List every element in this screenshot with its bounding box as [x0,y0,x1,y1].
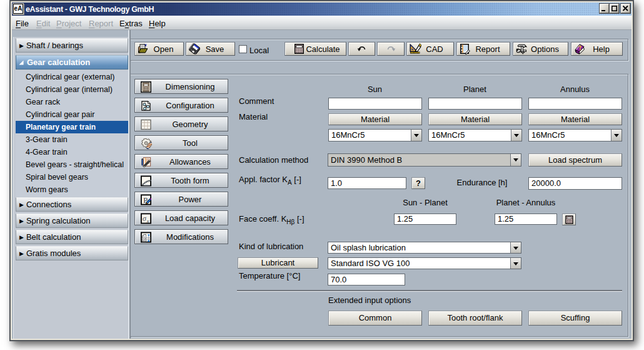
svg-text:x: x [146,218,149,224]
svg-text:?: ? [578,44,582,51]
